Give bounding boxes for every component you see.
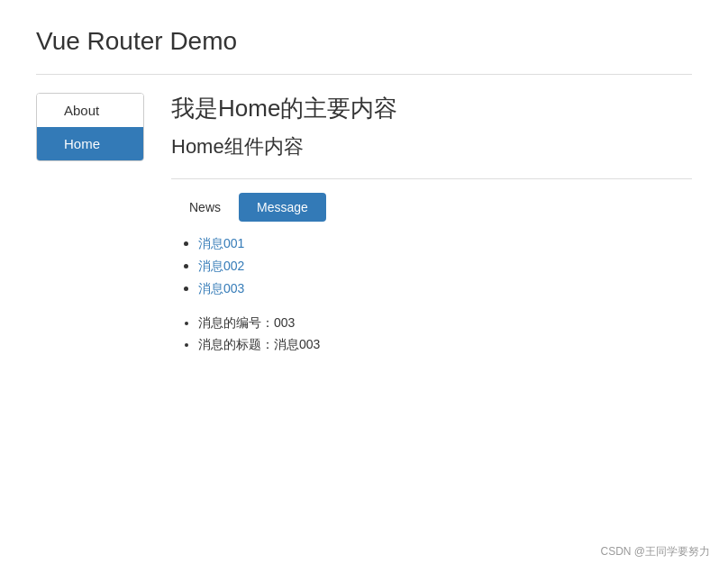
message-link-002[interactable]: 消息002 <box>198 259 244 273</box>
detail-id-label: 消息的编号： <box>198 315 274 330</box>
detail-title: 消息的标题：消息003 <box>198 337 692 353</box>
sub-nav: News Message <box>171 193 692 222</box>
detail-title-label: 消息的标题： <box>198 337 274 351</box>
sidebar-item-home[interactable]: Home <box>37 127 143 160</box>
detail-title-value: 消息003 <box>274 337 320 351</box>
app-container: Vue Router Demo About Home 我是Home的主要内容 H… <box>0 0 728 386</box>
message-link-001[interactable]: 消息001 <box>198 236 244 250</box>
home-subtitle: Home组件内容 <box>171 133 692 160</box>
app-title: Vue Router Demo <box>36 27 692 56</box>
list-item: 消息003 <box>198 280 692 297</box>
sub-divider <box>171 178 692 179</box>
message-detail: 消息的编号：003 消息的标题：消息003 <box>171 315 692 353</box>
sidebar-nav: About Home <box>36 93 144 161</box>
home-main-title: 我是Home的主要内容 <box>171 93 692 124</box>
main-divider <box>36 74 692 75</box>
sub-nav-message[interactable]: Message <box>239 193 326 222</box>
detail-id: 消息的编号：003 <box>198 315 692 332</box>
footer-watermark: CSDN @王同学要努力 <box>600 544 710 559</box>
sidebar-item-about[interactable]: About <box>37 94 143 127</box>
sub-nav-news[interactable]: News <box>171 193 239 222</box>
detail-id-value: 003 <box>274 315 295 330</box>
content-area: 我是Home的主要内容 Home组件内容 News Message 消息001 … <box>171 93 692 359</box>
main-layout: About Home 我是Home的主要内容 Home组件内容 News Mes… <box>36 93 692 359</box>
message-list: 消息001 消息002 消息003 <box>171 235 692 297</box>
message-link-003[interactable]: 消息003 <box>198 281 244 296</box>
list-item: 消息001 <box>198 235 692 252</box>
list-item: 消息002 <box>198 258 692 275</box>
